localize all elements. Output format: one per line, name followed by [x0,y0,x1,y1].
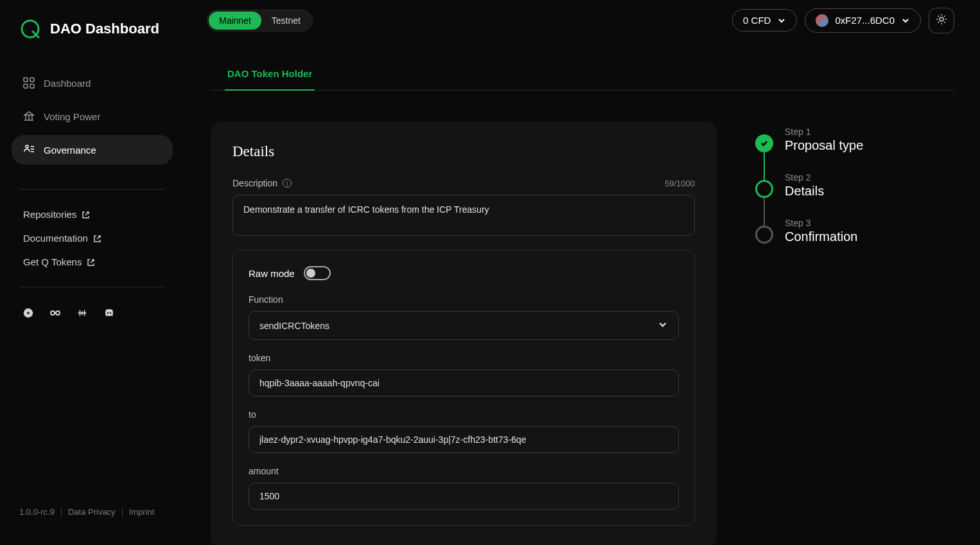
gear-icon [935,13,948,28]
external-link-icon [82,210,90,219]
sidebar-footer: 1.0.0-rc.9 Data Privacy Imprint [0,507,184,532]
wallet-address: 0xF27...6DC0 [835,15,895,26]
step-2: Step 2 Details [755,172,863,218]
logo-icon [19,18,41,40]
step-text: Step 2 Details [785,172,824,218]
settings-button[interactable] [929,8,954,33]
glasses-icon[interactable] [49,307,62,319]
separator [122,508,123,517]
governance-icon [23,144,35,156]
step-text: Step 3 Confirmation [785,218,857,264]
coin-icon[interactable] [22,307,35,319]
separator [61,508,62,517]
panel-title: Details [232,143,695,160]
svg-point-26 [107,312,109,314]
link-label: Get Q Tokens [23,256,82,267]
toggle-knob [306,269,315,278]
brand-title: DAO Dashboard [50,21,159,37]
link-imprint[interactable]: Imprint [129,507,155,517]
wallet-pill[interactable]: 0xF27...6DC0 [805,8,921,33]
link-repositories[interactable]: Repositories [19,202,165,226]
info-icon[interactable]: i [283,179,292,188]
brand: DAO Dashboard [0,13,184,55]
description-label-row: Description i 59/1000 [232,178,695,188]
function-label: Function [249,294,679,305]
token-field: token [249,353,679,397]
step-title: Confirmation [785,229,857,244]
details-panel: Details Description i 59/1000 Raw mode [211,121,717,545]
external-link-icon [87,258,95,266]
token-label: token [249,353,679,363]
svg-rect-4 [24,84,28,88]
link-get-tokens[interactable]: Get Q Tokens [19,250,165,274]
svg-rect-2 [24,78,28,82]
description-input[interactable] [232,195,695,236]
svg-point-19 [51,311,55,315]
sidebar-item-label: Dashboard [44,78,91,89]
balance-pill[interactable]: 0 CFD [732,9,797,31]
to-label: to [249,409,679,420]
external-links: Repositories Documentation Get Q Tokens [0,197,184,279]
raw-mode-label: Raw mode [249,268,295,279]
divider [19,287,165,287]
stepper: Step 1 Proposal type Step 2 Details Ste [755,121,863,545]
social-row [0,295,184,331]
to-field: to [249,409,679,453]
sidebar-item-governance[interactable]: Governance [12,135,173,165]
link-documentation[interactable]: Documentation [19,226,165,250]
step-title: Details [785,184,824,199]
sidebar-item-dashboard[interactable]: Dashboard [12,68,173,98]
tab-dao-token-holder[interactable]: DAO Token Holder [225,60,315,91]
sidebar-item-voting-power[interactable]: Voting Power [12,102,173,131]
token-input[interactable] [249,370,679,397]
chevron-down-icon [777,16,786,25]
bridge-icon[interactable] [76,307,89,319]
step-marker-pending [755,226,773,244]
step-number: Step 1 [785,127,863,137]
nav: Dashboard Voting Power Governance [0,55,184,181]
amount-label: amount [249,466,679,476]
svg-point-28 [940,17,943,21]
divider [19,189,165,190]
sidebar-item-label: Voting Power [44,111,100,122]
bank-icon [23,111,35,122]
chevron-down-icon [658,319,668,332]
svg-rect-3 [30,78,34,82]
svg-point-18 [27,312,30,314]
chevron-down-icon [901,16,910,25]
amount-input[interactable] [249,483,679,510]
step-text: Step 1 Proposal type [785,127,863,172]
char-counter: 59/1000 [665,179,695,188]
svg-rect-5 [30,84,34,88]
svg-point-27 [110,312,111,314]
main: Mainnet Testnet 0 CFD 0xF27...6DC0 DAO T… [185,0,980,545]
amount-field: amount [249,466,679,510]
function-select[interactable]: sendICRCTokens [249,311,679,340]
testnet-button[interactable]: Testnet [261,12,311,30]
tabs: DAO Token Holder [211,60,954,91]
step-number: Step 3 [785,218,857,228]
sidebar: DAO Dashboard Dashboard Voting Power Gov… [0,0,185,545]
wallet-avatar-icon [816,14,828,27]
function-subpanel: Raw mode Function sendICRCTokens [232,250,695,526]
version-label: 1.0.0-rc.9 [19,507,55,517]
link-privacy[interactable]: Data Privacy [68,507,116,517]
network-toggle: Mainnet Testnet [207,10,313,31]
label-text: Description [232,178,277,188]
sidebar-item-label: Governance [44,145,96,156]
select-value: sendICRCTokens [259,321,329,331]
dashboard-icon [23,77,35,89]
svg-point-20 [56,311,60,315]
form-area: Details Description i 59/1000 Raw mode [211,121,954,545]
content: DAO Token Holder Details Description i 5… [185,41,980,545]
discord-icon[interactable] [103,307,116,319]
raw-mode-row: Raw mode [249,266,679,280]
function-field: Function sendICRCTokens [249,294,679,340]
step-1: Step 1 Proposal type [755,127,863,172]
step-3: Step 3 Confirmation [755,218,863,264]
to-input[interactable] [249,426,679,453]
description-label: Description i [232,178,292,188]
balance-label: 0 CFD [743,15,771,26]
mainnet-button[interactable]: Mainnet [209,12,261,30]
raw-mode-toggle[interactable] [304,266,331,280]
